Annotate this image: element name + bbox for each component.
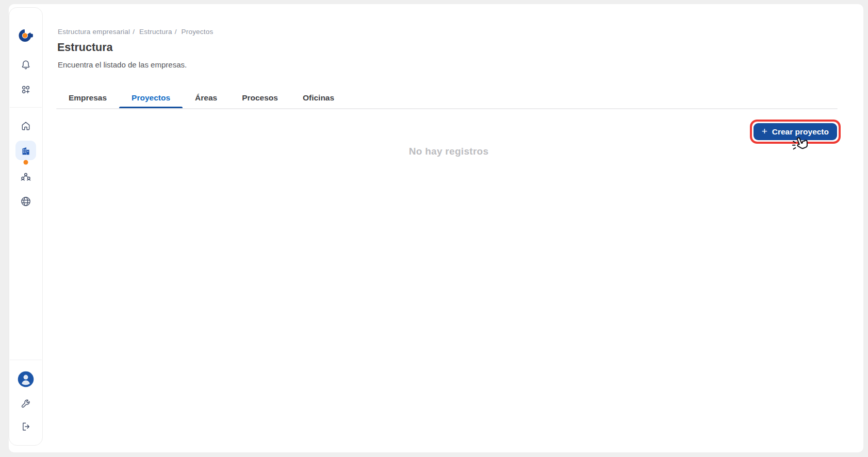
breadcrumb-item-estructura[interactable]: Estructura — [139, 28, 172, 36]
tab-bar-divider — [56, 108, 838, 109]
tab-bar: Empresas Proyectos Áreas Procesos Oficin… — [56, 88, 838, 109]
breadcrumb-item-proyectos[interactable]: Proyectos — [182, 28, 214, 36]
wrench-icon — [20, 398, 32, 410]
apps-menu-button[interactable] — [20, 84, 32, 96]
breadcrumb-item-structure-empresarial[interactable]: Estructura empresarial — [58, 28, 130, 36]
bell-icon — [20, 59, 32, 71]
tab-proyectos[interactable]: Proyectos — [119, 88, 183, 108]
page-title: Estructura — [57, 41, 113, 54]
breadcrumb: Estructura empresarial/ Estructura/ Proy… — [58, 28, 213, 36]
logo-icon — [18, 28, 34, 44]
empty-state-text: No hay registros — [56, 146, 842, 157]
create-project-button[interactable]: + Crear proyecto — [754, 123, 837, 140]
sidebar-divider-bottom — [10, 360, 42, 360]
app-logo[interactable] — [18, 28, 34, 44]
apps-add-icon — [20, 84, 32, 96]
logout-icon — [20, 421, 32, 433]
sidebar — [9, 7, 43, 446]
create-project-button-label: Crear proyecto — [772, 127, 829, 137]
main-content: Estructura empresarial/ Estructura/ Proy… — [56, 4, 842, 452]
breadcrumb-separator: / — [175, 28, 177, 36]
sidebar-item-web[interactable] — [20, 195, 32, 208]
user-avatar[interactable] — [18, 371, 35, 388]
app-canvas: Estructura empresarial/ Estructura/ Proy… — [9, 4, 863, 452]
plus-icon: + — [762, 126, 767, 136]
tab-procesos[interactable]: Procesos — [230, 88, 290, 108]
sidebar-item-home[interactable] — [20, 120, 32, 132]
globe-icon — [20, 195, 32, 208]
tab-empresas[interactable]: Empresas — [56, 88, 119, 108]
notification-dot — [24, 160, 28, 165]
settings-button[interactable] — [20, 398, 32, 410]
page-subtitle: Encuentra el listado de las empresas. — [58, 60, 187, 69]
tab-areas[interactable]: Áreas — [183, 88, 230, 108]
tab-oficinas[interactable]: Oficinas — [290, 88, 347, 108]
home-icon — [20, 120, 32, 132]
people-group-icon — [19, 171, 32, 184]
sidebar-item-people[interactable] — [19, 171, 32, 184]
logout-button[interactable] — [20, 421, 32, 433]
building-icon — [20, 144, 32, 157]
sidebar-divider-top — [10, 107, 42, 108]
annotation-highlight-ring: + Crear proyecto — [750, 120, 841, 144]
sidebar-item-structure[interactable] — [20, 144, 32, 157]
breadcrumb-separator: / — [133, 28, 135, 36]
notifications-button[interactable] — [20, 59, 32, 71]
avatar-icon — [18, 371, 35, 388]
